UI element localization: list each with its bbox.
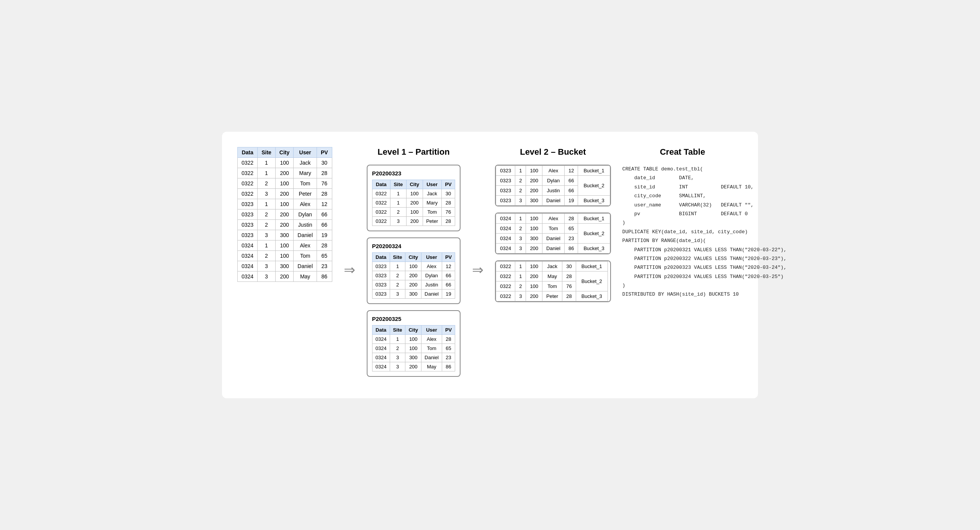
- table-row: 03221200Mary28: [238, 168, 332, 178]
- table-row: 03241100Alex28Bucket_1: [496, 214, 610, 224]
- raw-table-section: DataSiteCityUserPV 03221100Jack300322120…: [237, 147, 332, 282]
- bucket-inner-table: 03221100Jack30Bucket_103221200May28Bucke…: [496, 261, 608, 301]
- table-row: 03233300Daniel19Bucket_3: [496, 196, 610, 206]
- code-line: user_name VARCHAR(32) DEFAULT "",: [622, 201, 743, 209]
- table-row: 03221100Jack30: [238, 158, 332, 168]
- code-line: city_code SMALLINT,: [622, 191, 743, 200]
- bucket-label: Bucket_2: [576, 272, 608, 291]
- arrow1-container: ⇒: [344, 147, 355, 278]
- table-row: 03233300Daniel19: [372, 290, 455, 299]
- raw-table-header: Data: [238, 147, 258, 158]
- table-row: 03232200Justin66: [238, 220, 332, 230]
- code-line: date_id DATE,: [622, 173, 743, 182]
- table-row: 03243200Daniel86Bucket_3: [496, 244, 610, 254]
- table-row: 03231100Alex12: [372, 262, 455, 271]
- table-row: 03232200Dylan66: [372, 271, 455, 280]
- code-line: PARTITION BY RANGE(date_id)(: [622, 236, 743, 245]
- code-line: pv BIGINT DEFAULT 0: [622, 209, 743, 218]
- table-row: 03241100Alex28: [238, 240, 332, 251]
- main-container: DataSiteCityUserPV 03221100Jack300322120…: [222, 132, 758, 398]
- code-line: DISTRIBUTED BY HASH(site_id) BUCKETS 10: [622, 290, 743, 299]
- partition-block: P20200324DataSiteCityUserPV03231100Alex1…: [367, 237, 461, 304]
- partition-label: P20200323: [372, 170, 456, 177]
- partition-inner-table: DataSiteCityUserPV03241100Alex2803242100…: [372, 325, 456, 371]
- table-row: 03242100Tom65: [238, 251, 332, 261]
- raw-table-header: Site: [258, 147, 276, 158]
- partition-block: P20200323DataSiteCityUserPV03221100Jack3…: [367, 165, 461, 231]
- bucket-inner-table: 03231100Alex12Bucket_103232200Dylan66Buc…: [496, 165, 610, 206]
- bucket-label: Bucket_3: [578, 244, 610, 254]
- bucket-label: Bucket_3: [576, 291, 608, 301]
- bucket-group: 03221100Jack30Bucket_103221200May28Bucke…: [495, 260, 611, 302]
- bucket-title: Level 2 – Bucket: [495, 147, 611, 157]
- bucket-group: 03241100Alex28Bucket_103242100Tom65Bucke…: [495, 213, 611, 254]
- table-row: 03222100Tom76: [372, 208, 455, 217]
- code-section: Creat Table CREATE TABLE demo.test_tbl( …: [622, 147, 743, 299]
- table-row: 03243200May86: [372, 362, 455, 371]
- code-line: ): [622, 281, 743, 290]
- table-row: 03221200May28Bucket_2: [496, 272, 608, 281]
- partition-label: P20200324: [372, 243, 456, 249]
- code-line: PARTITION p20200321 VALUES LESS THAN("20…: [622, 245, 743, 254]
- table-row: 03223200Peter28: [238, 189, 332, 199]
- bucket-inner-table: 03241100Alex28Bucket_103242100Tom65Bucke…: [496, 213, 610, 254]
- bucket-label: Bucket_1: [576, 262, 608, 272]
- code-line: ): [622, 218, 743, 227]
- arrow2-icon: ⇒: [472, 262, 483, 278]
- partition-title: Level 1 – Partition: [367, 147, 461, 157]
- arrow1-icon: ⇒: [344, 262, 355, 278]
- partition-section: Level 1 – Partition P20200323DataSiteCit…: [367, 147, 461, 383]
- code-line: site_id INT DEFAULT 10,: [622, 183, 743, 191]
- bucket-group: 03231100Alex12Bucket_103232200Dylan66Buc…: [495, 165, 611, 206]
- table-row: 03223200Peter28Bucket_3: [496, 291, 608, 301]
- bucket-label: Bucket_2: [578, 224, 610, 244]
- bucket-label: Bucket_1: [578, 214, 610, 224]
- table-row: 03221100Jack30Bucket_1: [496, 262, 608, 272]
- code-block: CREATE TABLE demo.test_tbl( date_id DATE…: [622, 165, 743, 299]
- table-row: 03242100Tom65: [372, 344, 455, 353]
- bucket-label: Bucket_2: [578, 176, 610, 196]
- table-row: 03223200Peter28: [372, 217, 455, 226]
- table-row: 03243200May86: [238, 272, 332, 282]
- code-line: PARTITION p20200324 VALUES LESS THAN("20…: [622, 272, 743, 281]
- code-line: PARTITION p20200322 VALUES LESS THAN("20…: [622, 254, 743, 263]
- code-line: CREATE TABLE demo.test_tbl(: [622, 165, 743, 173]
- bucket-section: Level 2 – Bucket 03231100Alex12Bucket_10…: [495, 147, 611, 308]
- table-row: 03233300Daniel19: [238, 230, 332, 240]
- table-row: 03242100Tom65Bucket_2: [496, 224, 610, 234]
- table-row: 03232200Dylan66: [238, 209, 332, 220]
- table-row: 03232200Dylan66Bucket_2: [496, 176, 610, 186]
- code-title: Creat Table: [622, 147, 743, 157]
- raw-table-header: User: [294, 147, 317, 158]
- table-row: 03243300Daniel23: [372, 353, 455, 362]
- partition-inner-table: DataSiteCityUserPV03231100Alex1203232200…: [372, 252, 456, 299]
- raw-table-header: PV: [317, 147, 332, 158]
- table-row: 03231100Alex12: [238, 199, 332, 209]
- partition-inner-table: DataSiteCityUserPV03221100Jack3003221200…: [372, 180, 456, 226]
- table-row: 03221100Jack30: [372, 189, 455, 198]
- partition-block: P20200325DataSiteCityUserPV03241100Alex2…: [367, 310, 461, 377]
- bucket-label: Bucket_3: [578, 196, 610, 206]
- arrow2-container: ⇒: [472, 147, 483, 278]
- table-row: 03221200Mary28: [372, 198, 455, 208]
- table-row: 03222100Tom76: [238, 178, 332, 189]
- code-line: DUPLICATE KEY(date_id, site_id, city_cod…: [622, 227, 743, 236]
- raw-table-header: City: [275, 147, 293, 158]
- table-row: 03231100Alex12Bucket_1: [496, 166, 610, 176]
- table-row: 03232200Justin66: [372, 280, 455, 290]
- table-row: 03243300Daniel23: [238, 261, 332, 272]
- table-row: 03241100Alex28: [372, 335, 455, 344]
- partition-label: P20200325: [372, 316, 456, 322]
- raw-table: DataSiteCityUserPV 03221100Jack300322120…: [237, 147, 332, 282]
- code-line: PARTITION p20200323 VALUES LESS THAN("20…: [622, 263, 743, 272]
- bucket-label: Bucket_1: [578, 166, 610, 176]
